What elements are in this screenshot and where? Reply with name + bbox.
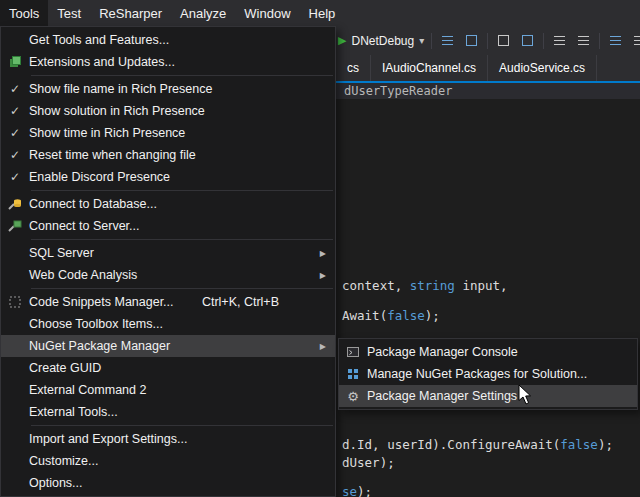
menu-item-external-command-2[interactable]: External Command 2 [1, 379, 335, 401]
menubar-label: ReSharper [99, 6, 162, 21]
menubar-item-analyze[interactable]: Analyze [171, 0, 235, 26]
connect-database-icon [1, 197, 29, 211]
menu-item-choose-toolbox-items[interactable]: Choose Toolbox Items... [1, 313, 335, 335]
connect-server-icon [1, 219, 29, 233]
gear-icon: ⚙ [339, 389, 367, 404]
menu-item-customize[interactable]: Customize... [1, 450, 335, 472]
tab-bar: cs IAudioChannel.cs AudioService.cs [336, 55, 640, 81]
toolbar-separator [487, 33, 488, 49]
menu-separator [31, 239, 333, 240]
code-line: context, string input, [342, 278, 508, 293]
submenu-arrow-icon: ▶ [320, 249, 326, 258]
extensions-icon [1, 55, 29, 69]
menu-separator [31, 288, 333, 289]
code-line: Await(false); [342, 308, 440, 323]
menubar-label: Test [57, 6, 81, 21]
list-members-icon[interactable] [631, 32, 640, 49]
code-editor[interactable]: context, string input, Await(false); d.I… [336, 99, 640, 497]
menu-item-connect-to-server[interactable]: Connect to Server... [1, 215, 335, 237]
nuget-submenu: Package Manager Console Manage NuGet Pac… [338, 338, 638, 410]
menu-item-show-solution-rich-presence[interactable]: ✓ Show solution in Rich Presence [1, 100, 335, 122]
menu-item-sql-server[interactable]: SQL Server ▶ [1, 242, 335, 264]
menubar-item-resharper[interactable]: ReSharper [90, 0, 171, 26]
menu-item-show-file-name-rich-presence[interactable]: ✓ Show file name in Rich Presence [1, 78, 335, 100]
submenu-arrow-icon: ▶ [320, 342, 326, 351]
menu-item-package-manager-console[interactable]: Package Manager Console [339, 341, 637, 363]
sort-lines-icon[interactable] [607, 32, 624, 49]
menu-item-connect-to-database[interactable]: Connect to Database... [1, 193, 335, 215]
checkmark-icon: ✓ [1, 82, 29, 96]
menu-separator [31, 190, 333, 191]
tab-partial[interactable]: cs [336, 55, 371, 81]
checkmark-icon: ✓ [1, 104, 29, 118]
menubar-item-help[interactable]: Help [300, 0, 345, 26]
menu-item-options[interactable]: Options... [1, 472, 335, 494]
outdent-icon[interactable] [551, 32, 568, 49]
toolbar-separator [543, 33, 544, 49]
menu-item-reset-time-when-changing-file[interactable]: ✓ Reset time when changing file [1, 144, 335, 166]
menu-item-extensions-and-updates[interactable]: Extensions and Updates... [1, 51, 335, 73]
uncomment-icon[interactable] [519, 32, 536, 49]
snippets-icon [1, 295, 29, 309]
find-icon[interactable] [439, 32, 456, 49]
submenu-arrow-icon: ▶ [320, 271, 326, 280]
menubar-label: Analyze [180, 6, 226, 21]
menu-item-enable-discord-presence[interactable]: ✓ Enable Discord Presence [1, 166, 335, 188]
tab-audioservice[interactable]: AudioService.cs [488, 55, 597, 81]
menubar-label: Help [309, 6, 336, 21]
start-debug-button[interactable]: ▶ DNetDebug ▾ [338, 34, 424, 48]
menubar-item-window[interactable]: Window [235, 0, 299, 26]
play-icon: ▶ [338, 34, 346, 47]
menu-item-show-time-rich-presence[interactable]: ✓ Show time in Rich Presence [1, 122, 335, 144]
toolbar-separator [599, 33, 600, 49]
comment-icon[interactable] [495, 32, 512, 49]
chevron-down-icon[interactable]: ▾ [419, 35, 424, 46]
menubar-label: Tools [9, 6, 39, 21]
menu-item-import-and-export-settings[interactable]: Import and Export Settings... [1, 428, 335, 450]
checkmark-icon: ✓ [1, 170, 29, 184]
shortcut-label: Ctrl+K, Ctrl+B [202, 295, 279, 309]
vs-window: Tools Test ReSharper Analyze Window Help… [0, 0, 640, 497]
tools-menu: Get Tools and Features... Extensions and… [0, 26, 336, 497]
menubar-label: Window [244, 6, 290, 21]
menu-item-external-tools[interactable]: External Tools... [1, 401, 335, 423]
menu-item-manage-nuget-packages-for-solution[interactable]: Manage NuGet Packages for Solution... [339, 363, 637, 385]
debug-target-label: DNetDebug [351, 34, 414, 48]
nav-band: dUserTypeReader [336, 83, 640, 99]
console-icon [339, 345, 367, 359]
manage-packages-icon [339, 367, 367, 381]
nav-band-text: dUserTypeReader [344, 84, 452, 98]
mouse-cursor [518, 384, 534, 405]
tab-iaudiochannel[interactable]: IAudioChannel.cs [371, 55, 488, 81]
menu-item-code-snippets-manager[interactable]: Code Snippets Manager... Ctrl+K, Ctrl+B [1, 291, 335, 313]
indent-icon[interactable] [575, 32, 592, 49]
menu-item-package-manager-settings[interactable]: ⚙ Package Manager Settings [339, 385, 637, 407]
menu-item-web-code-analysis[interactable]: Web Code Analysis ▶ [1, 264, 335, 286]
code-line: se); [342, 484, 372, 497]
menu-separator [31, 75, 333, 76]
menu-bar: Tools Test ReSharper Analyze Window Help [0, 0, 640, 26]
menu-item-get-tools-and-features[interactable]: Get Tools and Features... [1, 29, 335, 51]
toolbar-separator [431, 33, 432, 49]
checkmark-icon: ✓ [1, 126, 29, 140]
code-line: dUser); [342, 455, 395, 470]
menubar-item-test[interactable]: Test [48, 0, 90, 26]
menu-separator [31, 425, 333, 426]
checkmark-icon: ✓ [1, 148, 29, 162]
menu-item-create-guid[interactable]: Create GUID [1, 357, 335, 379]
edit-window-icon[interactable] [463, 32, 480, 49]
code-line: d.Id, userId).ConfigureAwait(false); [342, 437, 613, 452]
menu-item-nuget-package-manager[interactable]: NuGet Package Manager ▶ [1, 335, 335, 357]
menubar-item-tools[interactable]: Tools [0, 0, 48, 26]
